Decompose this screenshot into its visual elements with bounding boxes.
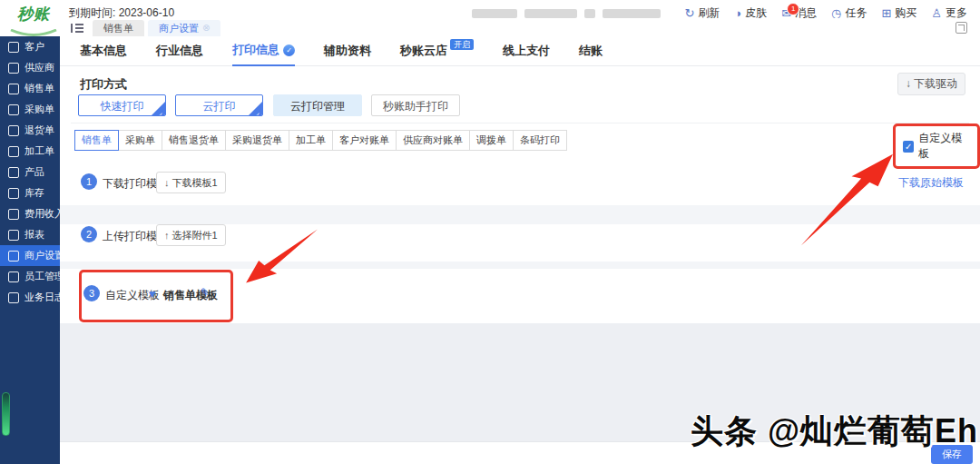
doc-type-tabs: 销售单 采购单 销售退货单 采购退货单 加工单 客户对账单 供应商对账单 调拨单… [75,130,567,151]
selected-corner-check-icon [249,102,262,115]
purchase-order-icon [8,104,19,115]
settings-tabs: 基本信息 行业信息 打印信息 辅助资料 秒账云店开启 线上支付 结账 [60,36,980,66]
sidebar-item-products[interactable]: 产品 [0,162,60,183]
fullscreen-icon[interactable] [956,22,967,34]
sidebar-item-merchant-settings[interactable]: 商户设置 [0,245,60,266]
business-log-icon [8,292,19,303]
verified-check-icon [283,44,295,56]
tab-merchant-settings[interactable]: 商户设置 ⊗ [148,20,220,36]
sidebar-usage-gauge [2,392,10,436]
watermark-text: 头条 @灿烂葡萄Eh [691,410,978,454]
custom-template-checkbox[interactable] [903,141,914,153]
sidebar-item-reports[interactable]: 报表 [0,224,60,245]
sidebar-item-suppliers[interactable]: 供应商 [0,57,60,78]
merchant-settings-icon [8,251,19,262]
step-2-badge: 2 [81,226,97,242]
doc-tab-supplier-statement[interactable]: 供应商对账单 [396,130,470,151]
row-separator [60,262,980,269]
tab-online-payment[interactable]: 线上支付 [503,36,550,65]
cloud-print-button[interactable]: 云打印 [175,94,263,116]
enabled-badge: 开启 [450,39,474,51]
quick-print-button[interactable]: 快速打印 [78,94,166,116]
customers-icon [8,42,19,53]
sidebar-item-staff-management[interactable]: 员工管理 [0,266,60,287]
expense-income-icon [8,209,19,220]
sidebar-item-sales-orders[interactable]: 销售单 [0,78,60,99]
step-3-highlight-box [79,270,233,322]
redacted-block [603,9,661,18]
selected-corner-check-icon [152,102,165,115]
redacted-block [584,9,595,18]
doc-tab-sales-return[interactable]: 销售退货单 [162,130,226,151]
assistant-print-button[interactable]: 秒账助手打印 [371,94,460,116]
divider [71,123,969,123]
custom-template-highlight-box: 自定义模板 [893,123,980,169]
doc-tab-purchase-order[interactable]: 采购单 [118,130,162,151]
tab-sales-order-label: 销售单 [103,20,133,36]
doc-tab-transfer-order[interactable]: 调拨单 [469,130,514,151]
tab-basic-info[interactable]: 基本信息 [80,36,127,65]
processing-order-icon [8,146,19,157]
returns-icon [8,125,19,136]
inventory-icon [8,188,19,199]
redacted-account-text [472,9,661,18]
tab-cloud-store[interactable]: 秒账云店开启 [400,36,474,65]
download-driver-button[interactable]: 下载驱动 [897,73,965,95]
tab-industry-info[interactable]: 行业信息 [156,36,203,65]
sidebar-item-expense-income[interactable]: 费用收入 [0,203,60,224]
doc-tab-sales-order[interactable]: 销售单 [74,130,119,151]
staff-management-icon [8,271,19,282]
redacted-block [524,9,577,18]
suppliers-icon [8,63,19,74]
sidebar-item-inventory[interactable]: 库存 [0,183,60,203]
sidebar-item-processing-orders[interactable]: 加工单 [0,141,60,162]
app-logo-text: 秒账 [7,4,60,25]
reports-icon [8,230,19,241]
app-window: 秒账 到期时间: 2023-06-10 ↻ 刷新 ◑ 皮肤 ✉1 [0,0,980,464]
print-method-title: 打印方式 [80,76,127,93]
tab-print-info[interactable]: 打印信息 [232,35,295,66]
download-original-template-link[interactable]: 下载原始模板 [898,175,964,191]
sidebar: 客户 供应商 销售单 采购单 退货单 加工单 产品 库存 费用收入 报表 商户设… [0,36,60,464]
doc-tab-purchase-return[interactable]: 采购退货单 [225,130,289,151]
custom-template-label: 自定义模板 [918,131,970,162]
sidebar-item-returns[interactable]: 退货单 [0,120,60,141]
tab-sales-order[interactable]: 销售单 [93,20,144,36]
download-template-button[interactable]: 下载模板1 [156,172,226,193]
doc-tab-barcode-print[interactable]: 条码打印 [513,130,567,151]
close-icon[interactable]: ⊗ [202,20,210,36]
sidebar-item-customers[interactable]: 客户 [0,36,60,57]
doc-tab-processing-order[interactable]: 加工单 [289,130,333,151]
tab-checkout[interactable]: 结账 [579,36,603,65]
products-icon [8,167,19,178]
doc-tab-customer-statement[interactable]: 客户对账单 [332,130,397,151]
tab-auxiliary-data[interactable]: 辅助资料 [324,36,371,65]
choose-attachment-button[interactable]: 选择附件1 [156,224,226,246]
app-logo: 秒账 [7,4,60,41]
cloud-print-manage-button[interactable]: 云打印管理 [273,94,362,116]
sidebar-item-business-log[interactable]: 业务日志 [0,287,60,308]
redacted-block [472,9,517,18]
tab-strip: 销售单 商户设置 ⊗ [60,18,980,37]
collapse-menu-icon[interactable] [71,24,83,33]
sidebar-item-purchase-orders[interactable]: 采购单 [0,99,60,120]
sales-order-icon [8,84,19,94]
step-1-badge: 1 [81,173,97,190]
tab-merchant-settings-label: 商户设置 [159,20,199,36]
